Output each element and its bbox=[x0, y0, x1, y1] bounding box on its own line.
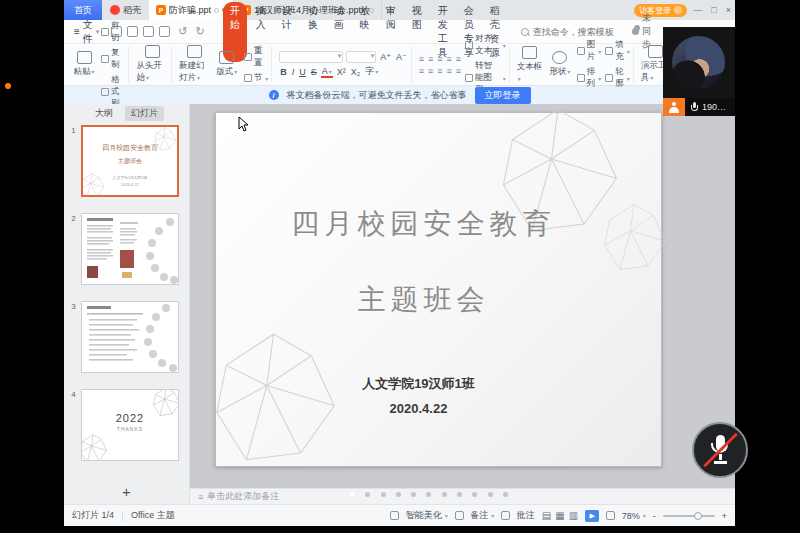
indent-increase-icon[interactable]: ≡ bbox=[447, 54, 452, 64]
align-right-icon[interactable]: ≡ bbox=[437, 66, 442, 76]
slide-thumbnail-4[interactable]: 4 2022 THANKS bbox=[66, 389, 185, 461]
new-slide-button[interactable]: 新建幻灯片 bbox=[179, 45, 210, 84]
print-icon[interactable] bbox=[143, 26, 154, 37]
hamburger-icon: ≡ bbox=[74, 26, 80, 37]
output-icon[interactable] bbox=[127, 26, 138, 37]
superscript-button[interactable]: X² bbox=[336, 67, 347, 77]
dot[interactable] bbox=[350, 492, 355, 497]
slideshow-play-button[interactable]: ▶ bbox=[585, 510, 599, 522]
outline-button[interactable]: 轮廓 bbox=[605, 66, 630, 90]
columns-icon[interactable]: ≡ bbox=[456, 66, 461, 76]
slide-title-line1[interactable]: 四月校园安全教育 bbox=[216, 205, 631, 243]
bullets-icon[interactable]: ≡ bbox=[419, 54, 424, 64]
shapes-button[interactable]: 形状 bbox=[547, 51, 573, 78]
zoom-slider[interactable] bbox=[663, 515, 715, 517]
zoom-level[interactable]: 78% bbox=[606, 511, 646, 521]
section-button[interactable]: 节 bbox=[244, 72, 269, 84]
docer-tab[interactable]: 稻壳 bbox=[102, 0, 149, 20]
font-color-button[interactable]: A bbox=[321, 66, 333, 78]
dot[interactable] bbox=[426, 492, 431, 497]
subscript-button[interactable]: X₂ bbox=[350, 67, 362, 77]
webcam-panel[interactable]: 190… bbox=[663, 27, 735, 116]
slides-group: 新建幻灯片 版式 重置 节 bbox=[176, 46, 272, 83]
slide-sorter-icon[interactable]: ▦ bbox=[555, 510, 564, 521]
character-spacing-button[interactable]: 字 bbox=[364, 65, 379, 78]
reset-button[interactable]: 重置 bbox=[244, 45, 269, 69]
indent-decrease-icon[interactable]: ≡ bbox=[437, 54, 442, 64]
zoom-out-button[interactable]: - bbox=[653, 511, 656, 521]
login-now-button[interactable]: 立即登录 bbox=[475, 87, 531, 104]
justify-icon[interactable]: ≡ bbox=[447, 66, 452, 76]
person-icon bbox=[669, 102, 679, 113]
zoom-slider-knob[interactable] bbox=[694, 512, 702, 520]
picture-button[interactable]: 图片 bbox=[577, 39, 602, 63]
note-icon bbox=[455, 511, 464, 520]
paste-button[interactable]: 粘贴 bbox=[71, 51, 97, 78]
strikethrough-button[interactable]: S bbox=[310, 67, 318, 77]
cut-button[interactable]: 剪切 bbox=[101, 20, 125, 44]
font-size-select[interactable] bbox=[346, 51, 376, 63]
slide-thumbnail-1[interactable]: 1 四月校园安全教育 主题班会 人文学院19汉师1班 2020.4.22 bbox=[66, 125, 185, 197]
copy-button[interactable]: 复制 bbox=[101, 47, 125, 71]
fill-button[interactable]: 填充 bbox=[605, 39, 630, 63]
slide-thumbnail-2[interactable]: 2 bbox=[66, 213, 185, 285]
slide-thumbnail-3[interactable]: 3 bbox=[66, 301, 185, 373]
participant-button[interactable] bbox=[663, 98, 685, 116]
file-menu[interactable]: ≡ 文件 ▾ bbox=[70, 18, 103, 46]
section-icon bbox=[244, 74, 252, 82]
ppt-file-icon: P bbox=[156, 5, 166, 15]
dot[interactable] bbox=[381, 492, 386, 497]
command-search[interactable] bbox=[521, 27, 628, 37]
bold-button[interactable]: B bbox=[279, 67, 288, 77]
status-bar: 幻灯片 1/4 Office 主题 智能美化 备注 批注 ▤ ▦ ▥ ▶ 78%… bbox=[64, 504, 735, 526]
dot[interactable] bbox=[503, 492, 508, 497]
cut-icon bbox=[101, 28, 109, 36]
arrange-button[interactable]: 排列 bbox=[577, 66, 602, 90]
slide-editor[interactable]: 四月校园安全教育 主题班会 人文学院19汉师1班 2020.4.22 bbox=[215, 112, 662, 467]
dot[interactable] bbox=[396, 492, 401, 497]
align-text-button[interactable]: 对齐文本 bbox=[465, 33, 506, 57]
preview-icon[interactable] bbox=[159, 26, 170, 37]
thumbnail-preview: 四月校园安全教育 主题班会 人文学院19汉师1班 2020.4.22 bbox=[81, 125, 179, 197]
text-box-button[interactable]: 文本框 bbox=[517, 46, 543, 83]
align-center-icon[interactable]: ≡ bbox=[428, 66, 433, 76]
outline-tab[interactable]: 大纲 bbox=[89, 106, 119, 121]
dot[interactable] bbox=[411, 492, 416, 497]
doc-tab-active[interactable]: P 防诈骗.ppt bbox=[149, 0, 234, 20]
slides-tab[interactable]: 幻灯片 bbox=[125, 106, 164, 121]
underline-button[interactable]: U bbox=[298, 67, 307, 77]
dot[interactable] bbox=[457, 492, 462, 497]
notes-button[interactable]: 备注 bbox=[455, 509, 495, 522]
search-input[interactable] bbox=[533, 27, 628, 37]
slide-counter: 幻灯片 1/4 bbox=[72, 509, 114, 522]
line-spacing-icon[interactable]: ≡ bbox=[456, 54, 461, 64]
mute-microphone-button[interactable] bbox=[692, 422, 748, 478]
dot[interactable] bbox=[365, 492, 370, 497]
beautify-button[interactable]: 智能美化 bbox=[390, 509, 448, 522]
align-left-icon[interactable]: ≡ bbox=[419, 66, 424, 76]
normal-view-icon[interactable]: ▤ bbox=[542, 510, 551, 521]
reading-view-icon[interactable]: ▥ bbox=[569, 510, 578, 521]
fill-icon bbox=[605, 47, 613, 55]
theme-name: Office 主题 bbox=[131, 509, 175, 522]
slide-subtitle-line2[interactable]: 2020.4.22 bbox=[216, 401, 621, 416]
grow-font-button[interactable]: A⁺ bbox=[379, 52, 392, 62]
numbering-icon[interactable]: ≡ bbox=[428, 54, 433, 64]
slide-subtitle-line1[interactable]: 人文学院19汉师1班 bbox=[216, 375, 621, 393]
italic-button[interactable]: I bbox=[291, 67, 296, 77]
dot[interactable] bbox=[488, 492, 493, 497]
play-from-start-button[interactable]: 从头开始 bbox=[136, 45, 168, 84]
search-icon bbox=[521, 28, 529, 36]
undo-icon[interactable]: ↺ bbox=[178, 25, 187, 38]
slide-title-line2[interactable]: 主题班会 bbox=[216, 281, 631, 319]
slide-canvas[interactable]: 四月校园安全教育 主题班会 人文学院19汉师1班 2020.4.22 bbox=[190, 104, 735, 488]
font-name-select[interactable] bbox=[279, 51, 343, 63]
dot[interactable] bbox=[442, 492, 447, 497]
dot[interactable] bbox=[472, 492, 477, 497]
comments-button[interactable]: 批注 bbox=[501, 509, 535, 522]
add-slide-button[interactable]: + bbox=[64, 478, 189, 504]
layout-button[interactable]: 版式 bbox=[214, 51, 240, 78]
shrink-font-button[interactable]: A⁻ bbox=[395, 52, 408, 62]
zoom-in-button[interactable]: + bbox=[722, 511, 727, 521]
redo-icon[interactable]: ↻ bbox=[196, 25, 205, 38]
